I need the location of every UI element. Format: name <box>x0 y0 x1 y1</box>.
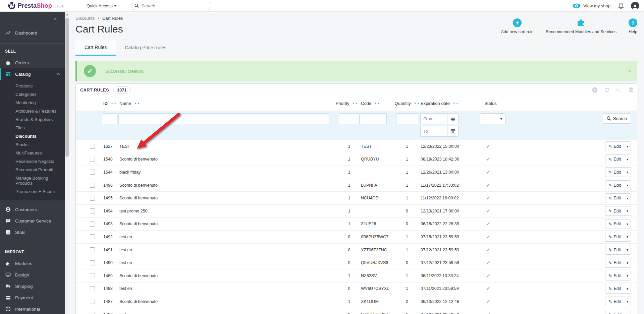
status-enabled-icon[interactable]: ✔ <box>486 247 490 253</box>
catalog-submenu-item[interactable]: Categories <box>15 90 61 99</box>
row-checkbox[interactable] <box>90 286 95 291</box>
row-checkbox[interactable] <box>90 157 95 162</box>
tab-catalog-price-rules[interactable]: Catalog Price Rules <box>116 40 175 56</box>
sort-asc-icon[interactable]: ▲ <box>355 102 358 105</box>
edit-dropdown-caret[interactable]: ▾ <box>624 258 631 267</box>
notifications-bell-icon[interactable] <box>618 2 624 9</box>
edit-button[interactable]: ✎ Edit ▾ <box>605 245 631 255</box>
edit-dropdown-caret[interactable]: ▾ <box>624 284 631 293</box>
status-enabled-icon[interactable]: ✔ <box>486 221 490 227</box>
row-checkbox[interactable] <box>90 273 95 278</box>
search-button[interactable]: Search <box>603 113 631 124</box>
filter-id-input[interactable] <box>102 113 117 124</box>
edit-button[interactable]: ✎ Edit ▾ <box>605 167 631 177</box>
catalog-submenu-item[interactable]: Brands & Suppliers <box>15 115 61 124</box>
sort-desc-icon[interactable]: ▼ <box>374 102 377 105</box>
edit-button[interactable]: ✎ Edit ▾ <box>605 206 631 216</box>
view-my-shop-link[interactable]: View my shop <box>573 3 610 8</box>
database-icon-button[interactable] <box>625 84 637 96</box>
recommended-modules-button[interactable]: Recommended Modules and Services <box>546 18 616 34</box>
edit-button[interactable]: ✎ Edit ▾ <box>605 271 631 280</box>
status-enabled-icon[interactable]: ✔ <box>486 299 490 304</box>
scrollbar-up-button[interactable] <box>65 12 69 17</box>
global-search[interactable] <box>131 2 211 10</box>
catalog-submenu-item[interactable]: Promozioni E Sconti <box>15 187 61 196</box>
sort-desc-icon[interactable]: ▼ <box>453 102 455 105</box>
console-icon-button[interactable]: >_ <box>613 84 625 96</box>
filter-date-from-input[interactable] <box>420 113 447 124</box>
status-enabled-icon[interactable]: ✔ <box>486 195 490 201</box>
status-enabled-icon[interactable]: ✔ <box>486 260 490 265</box>
edit-button[interactable]: ✎ Edit ▾ <box>605 297 631 306</box>
catalog-submenu-item[interactable]: Products <box>15 82 61 90</box>
edit-button[interactable]: ✎ Edit ▾ <box>605 284 631 294</box>
chevron-up-icon[interactable] <box>57 73 60 76</box>
edit-dropdown-caret[interactable]: ▾ <box>624 194 631 203</box>
status-enabled-icon[interactable]: ✔ <box>486 143 490 149</box>
sort-asc-icon[interactable]: ▲ <box>456 102 459 105</box>
row-checkbox[interactable] <box>90 299 95 304</box>
edit-dropdown-caret[interactable]: ▾ <box>624 206 631 215</box>
sidebar-item-modules[interactable]: Modules <box>0 258 65 269</box>
row-checkbox[interactable] <box>90 312 95 314</box>
row-checkbox[interactable] <box>90 196 95 201</box>
sidebar-item-payment[interactable]: Payment <box>0 292 65 303</box>
tab-cart-rules[interactable]: Cart Rules <box>75 40 116 56</box>
filter-priority-input[interactable] <box>339 113 360 124</box>
search-input[interactable] <box>141 3 207 8</box>
edit-dropdown-caret[interactable]: ▾ <box>624 155 631 164</box>
add-new-cart-rule-button[interactable]: + Add new cart rule <box>501 18 534 34</box>
status-enabled-icon[interactable]: ✔ <box>486 208 490 214</box>
filter-quantity-input[interactable] <box>396 113 418 124</box>
status-enabled-icon[interactable]: ✔ <box>486 312 490 314</box>
edit-button[interactable]: ✎ Edit ▾ <box>605 232 631 242</box>
row-checkbox[interactable] <box>90 183 95 188</box>
row-checkbox[interactable] <box>90 222 95 227</box>
sidebar-item-catalog[interactable]: Catalog <box>0 68 65 80</box>
edit-button[interactable]: ✎ Edit ▾ <box>605 154 631 164</box>
edit-dropdown-caret[interactable]: ▾ <box>624 142 631 151</box>
status-enabled-icon[interactable]: ✔ <box>486 286 490 291</box>
edit-button[interactable]: ✎ Edit ▾ <box>605 219 631 229</box>
row-checkbox[interactable] <box>90 208 95 213</box>
catalog-submenu-item[interactable]: Monitoring <box>15 99 61 107</box>
sort-desc-icon[interactable]: ▼ <box>111 102 113 105</box>
sort-asc-icon[interactable]: ▲ <box>417 102 420 105</box>
refresh-icon-button[interactable] <box>601 84 613 96</box>
row-checkbox[interactable] <box>90 247 95 252</box>
edit-dropdown-caret[interactable]: ▾ <box>624 168 631 177</box>
edit-dropdown-caret[interactable]: ▾ <box>624 297 631 306</box>
calendar-icon[interactable] <box>447 113 459 124</box>
scrollbar-thumb[interactable] <box>65 18 69 157</box>
row-checkbox[interactable] <box>90 260 95 265</box>
sidebar-scrollbar[interactable] <box>65 12 69 314</box>
prestashop-logo[interactable]: PrestaShop 1.7.6.0 <box>8 2 64 9</box>
sidebar-item-customer-service[interactable]: Customer Service <box>0 215 65 227</box>
status-enabled-icon[interactable]: ✔ <box>486 234 490 240</box>
sidebar-item-design[interactable]: Design <box>0 269 65 280</box>
sort-asc-icon[interactable]: ▲ <box>137 102 140 105</box>
catalog-submenu-item[interactable]: Discounts <box>15 132 61 140</box>
filter-code-input[interactable] <box>360 113 387 124</box>
sidebar-collapse-button[interactable]: « <box>0 12 65 23</box>
sort-asc-icon[interactable]: ▲ <box>377 102 380 105</box>
sort-desc-icon[interactable]: ▼ <box>352 102 355 105</box>
quick-access-menu[interactable]: Quick Access ▾ <box>87 3 116 8</box>
status-enabled-icon[interactable]: ✔ <box>486 169 490 175</box>
sidebar-item-shipping[interactable]: Shipping <box>0 280 65 292</box>
alert-close-icon[interactable]: × <box>628 68 631 74</box>
status-enabled-icon[interactable]: ✔ <box>486 156 490 162</box>
sidebar-item-international[interactable]: International <box>0 303 65 314</box>
breadcrumb-discounts[interactable]: Discounts <box>75 16 95 21</box>
catalog-submenu-item[interactable]: Recensioni Prodotti <box>15 166 61 174</box>
edit-dropdown-caret[interactable]: ▾ <box>624 181 631 190</box>
status-enabled-icon[interactable]: ✔ <box>486 273 490 278</box>
edit-button[interactable]: ✎ Edit ▾ <box>605 141 631 151</box>
calendar-icon[interactable] <box>447 126 459 137</box>
help-button[interactable]: ? Help <box>629 18 637 34</box>
edit-dropdown-caret[interactable]: ▾ <box>624 271 631 280</box>
edit-dropdown-caret[interactable]: ▾ <box>624 245 631 254</box>
edit-button[interactable]: ✎ Edit ▾ <box>605 180 631 190</box>
row-checkbox[interactable] <box>90 170 95 175</box>
sidebar-item-stats[interactable]: Stats <box>0 227 65 238</box>
